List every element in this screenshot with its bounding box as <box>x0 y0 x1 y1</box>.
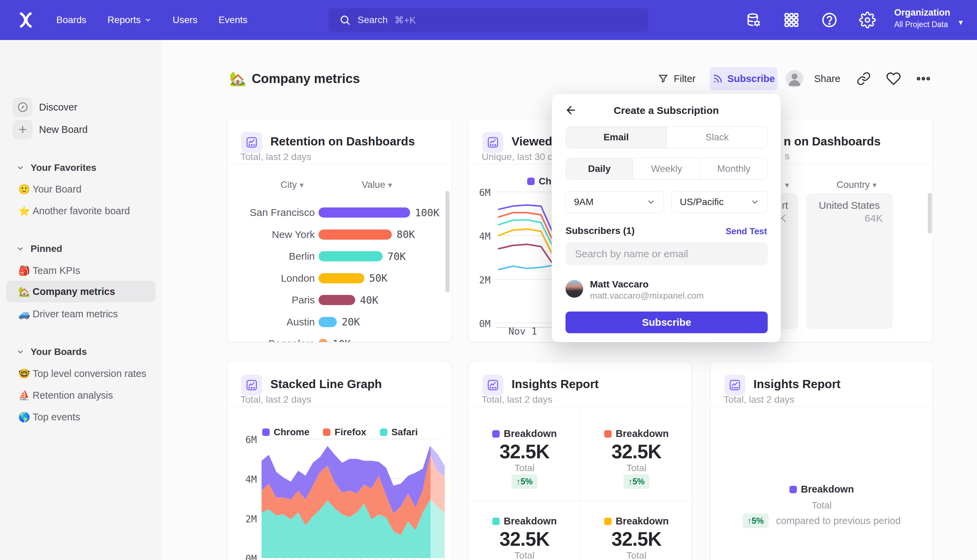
y-axis-label: 6M <box>240 434 257 445</box>
column-header-city[interactable]: City▾ <box>258 179 326 190</box>
column-header-value[interactable]: Value▾ <box>343 179 411 190</box>
sort-caret-icon: ▾ <box>388 180 392 190</box>
sidebar-item-another-favorite-board[interactable]: ⭐ Another favorite board <box>6 200 155 222</box>
board-emoji: 🤓 <box>18 368 33 379</box>
avatar[interactable] <box>786 70 803 87</box>
nav-users[interactable]: Users <box>173 15 197 25</box>
card-scrollbar[interactable] <box>928 193 932 233</box>
mixpanel-logo[interactable] <box>16 10 35 30</box>
y-axis-label: 4M <box>240 474 257 485</box>
metric-total-label: Total <box>711 500 933 511</box>
board-emoji: 🎒 <box>18 265 33 276</box>
sidebar-item-retention-analysis[interactable]: ⛵ Retention analysis <box>6 384 155 406</box>
table-row: Austin20K <box>228 311 452 333</box>
card-retention-on-dashboards: Retention on Dashboards Total, last 2 da… <box>227 118 452 342</box>
legend-item-firefox[interactable]: Firefox <box>323 427 366 438</box>
apps-grid-icon[interactable] <box>783 12 800 28</box>
legend-swatch <box>323 428 331 436</box>
report-chart-icon <box>241 132 262 153</box>
value-bar <box>319 251 382 262</box>
legend-swatch <box>789 486 797 493</box>
card-scrollbar[interactable] <box>446 191 449 293</box>
sidebar-item-top-level-conversion-rates[interactable]: 🤓 Top level conversion rates <box>6 363 155 384</box>
sidebar-new-board[interactable]: New Board <box>0 118 162 140</box>
tab-email[interactable]: Email <box>566 127 666 148</box>
card-insights-report-grid: Insights Report Total, last 2 days Break… <box>468 362 692 560</box>
modal-subscribe-button[interactable]: Subscribe <box>566 312 768 333</box>
help-icon[interactable] <box>821 12 838 28</box>
legend-item-breakdown: Breakdown <box>581 428 692 439</box>
legend-item-chrome[interactable]: Chr <box>527 176 555 187</box>
sidebar-section-your-boards[interactable]: Your Boards <box>0 342 162 362</box>
modal-title: Create a Subscription <box>552 105 781 116</box>
subscriber-avatar <box>566 280 583 298</box>
nav-events[interactable]: Events <box>219 15 248 25</box>
panel-value: 64K <box>865 213 883 224</box>
card-subtitle: Total, last 2 days <box>482 394 553 405</box>
sidebar-item-driver-team-metrics[interactable]: 🚙 Driver team metrics <box>6 303 155 325</box>
filter-button[interactable]: Filter <box>658 67 695 90</box>
metric-value: 32.5K <box>581 440 692 463</box>
subscriber-search-input[interactable]: Search by name or email <box>566 242 768 265</box>
tab-weekly[interactable]: Weekly <box>633 158 700 179</box>
nav-reports[interactable]: Reports <box>107 15 152 25</box>
data-governance-icon[interactable] <box>745 12 762 28</box>
tab-monthly[interactable]: Monthly <box>700 158 767 179</box>
sort-caret-icon: ▾ <box>872 180 877 190</box>
chevron-down-icon <box>16 245 24 253</box>
sort-caret-icon: ▾ <box>299 180 304 190</box>
table-row: San Francisco100K <box>228 202 452 224</box>
filter-funnel-icon <box>658 73 669 84</box>
subscribers-label: Subscribers (1) <box>566 225 635 236</box>
org-switcher[interactable]: Organization All Project Data <box>894 7 950 29</box>
tab-slack[interactable]: Slack <box>666 127 768 148</box>
card-subtitle: Unique, last 30 da <box>482 152 558 162</box>
share-button[interactable]: Share <box>814 67 840 90</box>
search-input[interactable]: Search ⌘+K <box>328 8 648 32</box>
settings-gear-icon[interactable] <box>859 12 876 28</box>
column-header-country[interactable]: Country▾ <box>823 179 890 190</box>
time-select[interactable]: 9AM <box>566 191 664 213</box>
metric-total-label: Total <box>581 463 692 473</box>
value-bar <box>319 295 355 305</box>
sidebar-section-favorites[interactable]: Your Favorites <box>0 158 162 177</box>
copy-link-icon[interactable] <box>855 70 872 87</box>
value-bar <box>319 207 410 218</box>
y-axis-label: 2M <box>474 275 491 286</box>
timezone-select[interactable]: US/Pacific <box>671 191 768 213</box>
card-subtitle: Total, last 2 days <box>240 394 311 405</box>
sidebar-section-pinned[interactable]: Pinned <box>0 239 162 258</box>
more-options-icon[interactable] <box>915 70 932 87</box>
nav-boards[interactable]: Boards <box>56 15 87 25</box>
legend-item-safari[interactable]: Safari <box>380 427 418 438</box>
delta-badge: ↑5% <box>511 474 538 489</box>
country-panel-united-states: United States 64K <box>806 193 893 329</box>
legend-item-breakdown: Breakdown <box>581 516 692 527</box>
sidebar-item-top-events[interactable]: 🌎 Top events <box>6 406 155 428</box>
panel-title: United States <box>806 200 893 211</box>
legend-swatch <box>492 518 500 525</box>
board-emoji: 🙂 <box>18 184 33 195</box>
sidebar-item-team-kpis[interactable]: 🎒 Team KPIs <box>6 260 155 282</box>
card-subtitle: Total, last 2 days <box>723 394 795 405</box>
subscribe-button[interactable]: Subscribe <box>710 67 778 90</box>
legend-swatch <box>262 428 270 436</box>
table-row: Paris40K <box>228 289 452 311</box>
chart-legend: ChromeFirefoxSafari <box>228 427 452 438</box>
sidebar-item-company-metrics[interactable]: 🏡 Company metrics <box>6 281 155 302</box>
tab-daily[interactable]: Daily <box>566 158 633 179</box>
sidebar-item-your-board[interactable]: 🙂 Your Board <box>6 178 155 200</box>
sidebar-discover[interactable]: Discover <box>0 96 162 118</box>
sidebar: Discover New Board Your Favorites 🙂 Your… <box>0 40 162 560</box>
compass-icon <box>13 98 32 117</box>
legend-swatch <box>604 430 612 438</box>
favorite-heart-icon[interactable] <box>885 70 902 87</box>
divider <box>228 407 451 407</box>
send-test-link[interactable]: Send Test <box>726 226 767 237</box>
chevron-down-icon <box>16 348 24 356</box>
metric-value: 32.5K <box>469 440 580 463</box>
rss-icon <box>712 73 723 84</box>
chevron-down-icon <box>646 198 655 207</box>
metric-total-label: Total <box>469 463 580 473</box>
legend-item-chrome[interactable]: Chrome <box>262 427 310 438</box>
